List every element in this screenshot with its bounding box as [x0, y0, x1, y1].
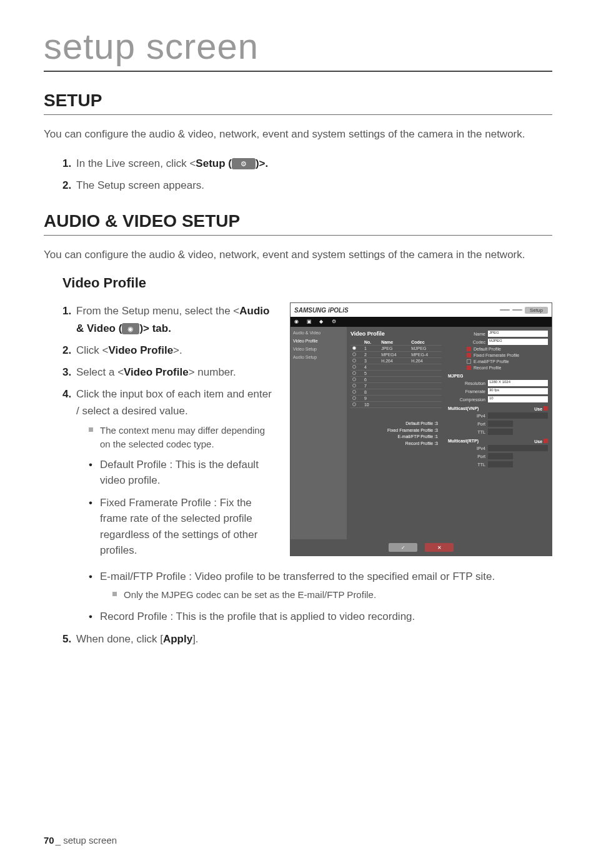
table-row[interactable]: 2MPEG4MPEG-4	[350, 352, 442, 358]
cancel-button[interactable]: ✕	[425, 543, 454, 552]
table-row[interactable]: 9	[350, 396, 442, 402]
label-port: Port	[448, 422, 485, 426]
select-framerate[interactable]: 30 fps	[488, 388, 548, 394]
ss-tab-live[interactable]	[500, 309, 510, 311]
select-compression[interactable]: 10	[488, 396, 548, 402]
table-row[interactable]: 4	[350, 364, 442, 371]
footer-sep: _	[56, 835, 61, 846]
apply-button[interactable]: ✓	[389, 543, 417, 552]
table-row[interactable]: 3H.264H.264	[350, 358, 442, 364]
sidebar-item-video-profile[interactable]: Video Profile	[293, 339, 344, 343]
step-text-bold: Video Profile	[108, 344, 173, 356]
radio-icon[interactable]	[352, 371, 356, 375]
table-row[interactable]: 6	[350, 377, 442, 383]
radio-icon[interactable]	[352, 377, 356, 381]
cell-no: 4	[362, 364, 379, 371]
step-number: 2.	[62, 177, 71, 194]
label-compression: Compression	[448, 397, 485, 402]
table-row[interactable]: 7	[350, 383, 442, 389]
ss-tab-setup[interactable]: Setup	[525, 307, 548, 314]
link-record-profile: Record Profile :3	[350, 441, 438, 447]
radio-icon[interactable]	[352, 390, 356, 394]
gear-icon: ⚙	[232, 158, 256, 169]
step-text-post: )>.	[256, 157, 268, 169]
radio-icon[interactable]	[352, 402, 356, 406]
radio-icon[interactable]	[352, 396, 356, 400]
table-row[interactable]: 1JPEGMJPEG	[350, 346, 442, 352]
step-text-pre: In the Live screen, click <	[76, 157, 196, 169]
ss-panel-title: Video Profile	[350, 331, 442, 337]
table-row[interactable]: 10	[350, 402, 442, 408]
step-text-post: ].	[192, 633, 198, 645]
vp-step-2: 2. Click <Video Profile>.	[62, 342, 277, 359]
step-number: 4.	[62, 386, 71, 402]
sidebar-item-audio-setup[interactable]: Audio Setup	[293, 355, 344, 359]
label-framerate: Framerate	[448, 389, 485, 394]
checkbox-default[interactable]	[467, 347, 471, 351]
step-number: 5.	[62, 631, 71, 647]
ss-detail-panel: NameJPEG CodecMJPEG Default Profile Fixe…	[448, 331, 548, 536]
step-text-pre: When done, click [	[76, 633, 163, 645]
input-rtp-ip[interactable]	[488, 445, 548, 451]
input-vnp-ip[interactable]	[488, 412, 548, 419]
camera-icon[interactable]: ◉	[294, 319, 300, 325]
checkbox-fixed-fr[interactable]	[467, 353, 471, 357]
select-resolution[interactable]: 1280 X 1024	[488, 380, 548, 386]
radio-icon[interactable]	[352, 365, 356, 369]
setup-intro-text: You can configure the audio & video, net…	[44, 126, 552, 142]
checkbox-record[interactable]	[467, 366, 471, 370]
setup-step-1: 1. In the Live screen, click <Setup (⚙)>…	[62, 155, 552, 172]
step-text-pre: From the Setup menu, select the <	[76, 305, 239, 317]
group-multicast-vnp: Multicast(VNP) Use	[448, 406, 548, 411]
table-row[interactable]: 8	[350, 389, 442, 396]
system-icon[interactable]: ⚙	[332, 319, 338, 325]
step-number: 1.	[62, 155, 71, 172]
checkbox-vnp-use[interactable]	[544, 406, 548, 411]
event-icon[interactable]: ◆	[319, 319, 325, 325]
step-number: 1.	[62, 302, 71, 319]
link-email-ftp: E-mail/FTP Profile :1	[350, 434, 438, 441]
network-icon[interactable]: ▣	[307, 319, 313, 325]
sidebar-category: Audio & Video	[293, 331, 344, 335]
checkbox-rtp-use[interactable]	[544, 439, 548, 443]
radio-icon[interactable]	[352, 384, 356, 387]
input-vnp-ttl[interactable]	[488, 429, 513, 435]
ss-sidebar: Audio & Video Video Profile Video Setup …	[291, 327, 347, 539]
input-vnp-port[interactable]	[488, 421, 513, 427]
input-name[interactable]: JPEG	[488, 331, 548, 337]
cell-no: 1	[362, 346, 379, 352]
radio-icon[interactable]	[352, 359, 356, 362]
vp-step-5: 5. When done, click [Apply].	[62, 631, 552, 647]
radio-icon[interactable]	[352, 346, 356, 350]
step-text-pre: Select a <	[76, 366, 124, 378]
radio-icon[interactable]	[352, 352, 356, 356]
table-row[interactable]: 5	[350, 371, 442, 377]
step-text-post: )> tab.	[139, 322, 171, 334]
ss-tab-play[interactable]	[512, 309, 522, 311]
step-text: Click the input box of each item and ent…	[76, 388, 272, 417]
cell-no: 8	[362, 389, 379, 396]
label-ipv4: IPv4	[448, 414, 485, 418]
bullet-email-ftp: E-mail/FTP Profile : Video profile to be…	[89, 569, 552, 602]
step-number: 2.	[62, 342, 71, 359]
step-text-bold: Apply	[163, 633, 192, 645]
cell-no: 7	[362, 383, 379, 389]
chk-label-fixed-fr: Fixed Framerate Profile	[474, 353, 519, 357]
th-codec: Codec	[409, 339, 442, 346]
link-fixed-framerate: Fixed Framerate Profile :3	[350, 427, 438, 434]
select-codec[interactable]: MJPEG	[488, 339, 548, 345]
group-mjpeg: MJPEG	[448, 374, 548, 378]
vp-step-4: 4. Click the input box of each item and …	[62, 386, 277, 558]
cell-no: 5	[362, 371, 379, 377]
checkbox-email-ftp[interactable]	[467, 359, 471, 364]
page-number: 70	[44, 835, 54, 846]
vp-step-1: 1. From the Setup menu, select the <Audi…	[62, 302, 277, 336]
cell-name: JPEG	[379, 346, 409, 352]
label-port: Port	[448, 454, 485, 459]
step-text-pre: Click <	[76, 344, 108, 356]
chk-label-email-ftp: E-mail/FTP Profile	[474, 359, 509, 364]
input-rtp-ttl[interactable]	[488, 461, 513, 467]
vp-step-3: 3. Select a <Video Profile> number.	[62, 364, 277, 381]
sidebar-item-video-setup[interactable]: Video Setup	[293, 347, 344, 351]
input-rtp-port[interactable]	[488, 453, 513, 459]
